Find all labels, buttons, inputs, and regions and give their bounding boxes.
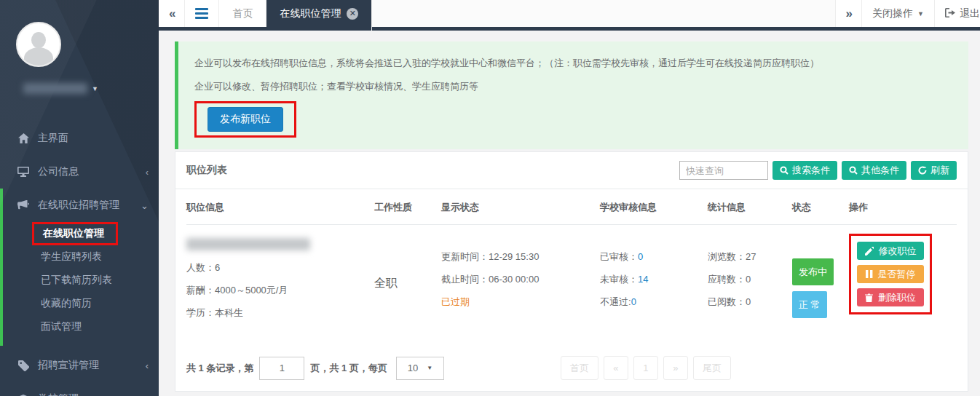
reviewed-count-link[interactable]: 0 [638,251,643,262]
sidebar-item-recruit-presentation[interactable]: 招聘宣讲管理 ‹ [0,349,159,382]
update-time-label: 更新时间： [441,251,489,262]
publish-new-position-button[interactable]: 发布新职位 [208,107,283,132]
other-conditions-button[interactable]: 其他条件 [842,161,906,180]
panel-header: 职位列表 搜索条件 其他条件 刷新 [175,152,968,189]
chevron-left-icon: ‹ [146,394,149,396]
pagination-middle: 页，共 1 页，每页 [310,362,387,375]
column-header: 显示状态 [441,201,600,214]
deadline-value: 06-30 00:00 [489,274,539,285]
status-cell: 发布中 正 常 [792,237,849,318]
first-page-button[interactable]: 首页 [561,356,598,380]
degree-label: 学历： [186,307,215,318]
sidebar-item-label: 在线职位招聘管理 [38,199,119,212]
refresh-button[interactable]: 刷新 [911,161,957,180]
views-label: 浏览数： [708,251,746,262]
topbar: « 首页 在线职位管理 ✕ » 关闭操作 ▼ [159,0,980,31]
logout-label: 退出 [960,7,980,20]
column-header: 工作性质 [374,201,441,214]
quick-search-input[interactable] [679,161,768,180]
status-badge-publishing: 发布中 [792,258,834,285]
sidebar-item-label: 面试管理 [41,320,82,333]
delete-position-button[interactable]: 删除职位 [857,288,924,306]
caret-down-icon: ▼ [917,10,924,17]
sidebar-item-label: 公司信息 [38,165,79,178]
megaphone-icon [17,199,29,211]
sidebar-item-label: 主界面 [38,132,68,145]
sidebar-item-favorite-resumes[interactable]: 收藏的简历 [3,292,159,315]
tabs-scroll-right-button[interactable]: » [835,0,861,27]
reviewed-label: 已审核： [600,251,638,262]
tab-label: 在线职位管理 [280,7,341,20]
sidebar-item-label: 学校管理 [38,392,79,396]
per-page-select[interactable]: 10 ▼ [396,357,444,380]
close-tab-icon[interactable]: ✕ [347,8,358,20]
page-number-input[interactable] [259,357,304,380]
prev-page-button[interactable]: « [604,356,628,380]
column-header: 状态 [792,201,849,214]
tab-label: 首页 [232,7,253,20]
sidebar-item-label: 学生应聘列表 [41,250,102,264]
salary-value: 4000～5000元/月 [215,285,288,296]
caret-down-icon: ▼ [427,365,432,371]
degree-value: 本科生 [215,307,243,318]
sidebar-item-online-recruit-mgmt[interactable]: 在线职位招聘管理 ⌄ [3,189,159,222]
sidebar-item-school-mgmt[interactable]: 学校管理 ‹ [0,382,159,396]
button-label: 搜索条件 [792,164,830,177]
avatar-placeholder-icon [31,32,46,48]
sidebar: ▼ 主界面 公司信息 ‹ [0,0,159,396]
tag-icon [17,360,29,371]
menu-toggle-button[interactable] [185,0,219,27]
pagination-buttons: 首页 « 1 » 尾页 [561,356,731,380]
sidebar-collapse-button[interactable]: « [159,0,185,27]
sidebar-item-main[interactable]: 主界面 [0,122,159,155]
tab-home[interactable]: 首页 [219,0,266,27]
pause-position-button[interactable]: 是否暂停 [857,265,924,283]
sidebar-item-interview-mgmt[interactable]: 面试管理 [3,315,159,338]
annotation-box: 修改职位 是否暂停 删除职位 [849,234,932,314]
edit-position-button[interactable]: 修改职位 [857,242,924,260]
display-status-cell: 更新时间：12-29 15:30 截止时间：06-30 00:00 已过期 [441,237,600,313]
job-type-cell: 全职 [374,237,441,294]
sidebar-item-label: 已下载简历列表 [41,274,112,287]
caret-down-icon: ▼ [92,85,98,92]
sidebar-item-online-position-mgmt[interactable]: 在线职位管理 [3,222,159,245]
search-conditions-button[interactable]: 搜索条件 [772,161,837,180]
table-header-row: 职位信息 工作性质 显示状态 学校审核信息 统计信息 状态 操作 [186,189,957,225]
sidebar-item-company-info[interactable]: 公司信息 ‹ [0,155,159,189]
logout-button[interactable]: 退出 [934,0,980,27]
close-operations-dropdown[interactable]: 关闭操作 ▼ [861,0,934,27]
button-label: 删除职位 [878,291,916,304]
status-badge-normal: 正 常 [792,291,827,318]
trash-icon [865,293,873,302]
sidebar-group-online-recruit: 在线职位招聘管理 ⌄ 在线职位管理 学生应聘列表 已下载简历列表 [0,189,159,346]
position-table: 职位信息 工作性质 显示状态 学校审核信息 统计信息 状态 操作 人数：6 [175,189,968,337]
sidebar-item-label: 招聘宣讲管理 [38,359,99,372]
table-row: 人数：6 薪酬：4000～5000元/月 学历：本科生 全职 更新时间：12-2… [186,225,957,337]
rejected-count-link[interactable]: 0 [631,296,636,307]
school-review-cell: 已审核：0 未审核：14 不通过:0 [600,237,708,313]
column-header: 统计信息 [708,201,792,214]
column-header: 学校审核信息 [600,201,708,214]
page-1-button[interactable]: 1 [633,356,658,380]
next-page-button[interactable]: » [663,356,688,380]
avatar[interactable] [16,22,61,67]
search-icon [780,166,789,175]
sidebar-item-downloaded-resumes[interactable]: 已下载简历列表 [3,269,159,292]
profile-section: ▼ [0,0,159,94]
tab-online-position-mgmt[interactable]: 在线职位管理 ✕ [266,0,372,31]
annotation-box: 在线职位管理 [32,222,118,245]
actions-cell: 修改职位 是否暂停 删除职位 [849,237,957,314]
username-dropdown[interactable]: ▼ [23,83,159,94]
double-chevron-right-icon: » [846,7,851,21]
button-label: 修改职位 [879,245,917,258]
last-page-button[interactable]: 尾页 [693,356,731,380]
chevron-left-icon: ‹ [146,360,149,371]
position-info-cell: 人数：6 薪酬：4000～5000元/月 学历：本科生 [186,237,374,324]
deadline-label: 截止时间： [441,274,489,285]
pause-icon [866,270,873,278]
unreviewed-count-link[interactable]: 14 [638,274,648,285]
topbar-right: » 关闭操作 ▼ 退出 [835,0,980,27]
views-value: 27 [746,251,756,262]
sidebar-item-student-applications[interactable]: 学生应聘列表 [3,245,159,269]
statistics-cell: 浏览数：27 应聘数：0 已阅数：0 [708,237,792,313]
